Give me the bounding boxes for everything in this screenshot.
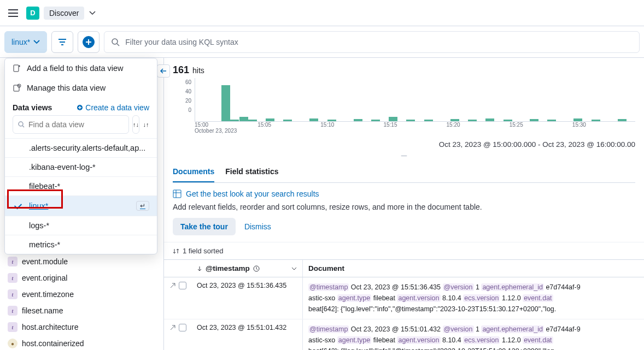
topbar: D Discover <box>0 0 644 26</box>
kql-search-box[interactable] <box>104 31 640 53</box>
chart-bar <box>266 118 274 121</box>
dataview-item[interactable]: metrics-* <box>5 235 157 254</box>
chart-bar <box>389 117 397 121</box>
row-checkbox[interactable] <box>179 324 186 331</box>
dataview-selector-button[interactable]: linux* <box>4 31 47 53</box>
hint-subtitle: Add relevant fields, reorder and sort co… <box>164 200 644 218</box>
find-dataview-input[interactable] <box>28 120 124 129</box>
dataview-popover: Add a field to this data view Manage thi… <box>4 58 157 254</box>
table-header: @timestamp Document <box>164 260 644 277</box>
dataviews-section-title: Data views <box>13 103 52 112</box>
chart-bar <box>573 118 582 121</box>
page-label[interactable]: Discover <box>44 7 84 20</box>
filter-options-button[interactable] <box>51 31 73 53</box>
svg-rect-1 <box>14 65 19 72</box>
chart-bar <box>406 120 415 121</box>
chart-bar <box>468 120 477 121</box>
dataview-selector-label: linux* <box>11 38 30 46</box>
row-document: @timestamp Oct 23, 2023 @ 15:51:36.435 @… <box>303 277 644 319</box>
sidebar: tevent.datasettevent.moduletevent.origin… <box>0 58 164 350</box>
tab-documents[interactable]: Documents <box>173 162 214 182</box>
text-type-icon: t <box>8 306 17 316</box>
svg-point-4 <box>19 85 20 86</box>
chart-bar <box>424 120 433 121</box>
kql-search-input[interactable] <box>125 38 633 46</box>
search-icon <box>111 38 120 46</box>
row-timestamp: Oct 23, 2023 @ 15:51:36.435 <box>191 277 303 319</box>
app-logo[interactable]: D <box>26 7 39 20</box>
hamburger-icon <box>8 9 18 17</box>
chart-bar <box>221 85 230 121</box>
tabs: Documents Field statistics <box>173 162 635 183</box>
chart-bar <box>239 117 248 121</box>
chevron-down-icon[interactable] <box>89 9 96 17</box>
tab-field-statistics[interactable]: Field statistics <box>225 162 278 182</box>
sort-info-row[interactable]: 1 field sorted <box>164 242 644 260</box>
resize-handle[interactable]: ⸺ <box>164 151 644 162</box>
field-item[interactable]: tevent.module <box>5 253 158 270</box>
row-timestamp: Oct 23, 2023 @ 15:51:01.432 <box>191 319 303 350</box>
field-item[interactable]: tevent.original <box>5 270 158 286</box>
chevron-down-icon <box>291 266 297 271</box>
sort-asc-button[interactable]: ↑↓ <box>132 115 139 134</box>
dataview-item[interactable]: logs-* <box>5 216 157 235</box>
chart-bar <box>450 119 459 121</box>
field-item[interactable]: thost.architecture <box>5 319 158 335</box>
chart-bar <box>230 120 239 121</box>
row-checkbox[interactable] <box>179 282 186 289</box>
chart-bar <box>504 120 512 121</box>
text-type-icon: t <box>8 257 17 266</box>
chart-bar <box>327 120 336 121</box>
add-field-menu-item[interactable]: Add a field to this data view <box>5 58 157 78</box>
chart-x-date: October 23, 2023 <box>195 128 635 134</box>
chart-bar <box>485 118 494 121</box>
timerange-label: Oct 23, 2023 @ 15:00:00.000 - Oct 23, 20… <box>164 138 644 151</box>
hamburger-menu[interactable] <box>4 4 22 22</box>
table-row: Oct 23, 2023 @ 15:51:01.432@timestamp Oc… <box>164 319 644 350</box>
histogram-chart[interactable]: 6040200 15:0015:0515:1015:1515:2015:2515… <box>164 78 644 138</box>
take-tour-button[interactable]: Take the tour <box>173 218 236 235</box>
field-item[interactable]: tfileset.name <box>5 302 158 319</box>
collapse-icon <box>160 68 167 74</box>
dismiss-button[interactable]: Dismiss <box>244 222 271 231</box>
chevron-down-icon <box>33 39 40 45</box>
field-item[interactable]: tevent.timezone <box>5 286 158 302</box>
text-type-icon: t <box>8 322 17 332</box>
add-filter-button[interactable] <box>83 36 95 48</box>
column-timestamp[interactable]: @timestamp <box>191 260 303 277</box>
dataview-item[interactable]: linux*↵ <box>5 195 157 216</box>
table-row: Oct 23, 2023 @ 15:51:36.435@timestamp Oc… <box>164 277 644 319</box>
manage-dataview-menu-item[interactable]: Manage this data view <box>5 78 157 98</box>
chart-bar <box>547 120 556 121</box>
dataview-item[interactable]: .kibana-event-log-* <box>5 157 157 176</box>
hint-title-row: Get the best look at your search results <box>164 183 644 200</box>
sort-desc-button[interactable]: ↓↑ <box>143 115 149 134</box>
chart-bar <box>283 120 292 121</box>
chart-y-axis: 6040200 <box>173 78 195 122</box>
column-document[interactable]: Document <box>303 260 644 277</box>
arrow-down-icon <box>197 266 202 271</box>
create-dataview-button[interactable]: Create a data view <box>77 103 149 112</box>
expand-icon[interactable] <box>169 324 177 331</box>
chart-bar <box>618 119 627 121</box>
collapse-sidebar-button[interactable] <box>157 64 170 78</box>
chart-bars <box>195 78 635 122</box>
boolean-type-icon: ● <box>8 339 17 348</box>
chart-bar <box>248 120 257 121</box>
gear-icon <box>13 84 21 92</box>
field-item[interactable]: ●host.containerized <box>5 335 158 350</box>
row-document: @timestamp Oct 23, 2023 @ 15:51:01.432 @… <box>303 319 644 350</box>
find-dataview-input-wrap[interactable] <box>13 115 129 134</box>
text-type-icon: t <box>8 273 17 283</box>
filterbar: linux* <box>0 26 644 58</box>
svg-point-6 <box>19 122 23 126</box>
dataview-item[interactable]: .alerts-security.alerts-default,ap... <box>5 138 157 157</box>
chart-x-axis: 15:0015:0515:1015:1515:2015:2515:30 <box>195 122 635 128</box>
dataview-item[interactable]: filebeat-* <box>5 176 157 195</box>
svg-rect-7 <box>173 190 181 198</box>
enter-key-icon: ↵ <box>136 201 149 211</box>
expand-icon[interactable] <box>169 282 177 289</box>
add-filter-wrap[interactable] <box>78 31 99 53</box>
chart-bar <box>592 120 600 121</box>
chart-bar <box>371 120 380 121</box>
